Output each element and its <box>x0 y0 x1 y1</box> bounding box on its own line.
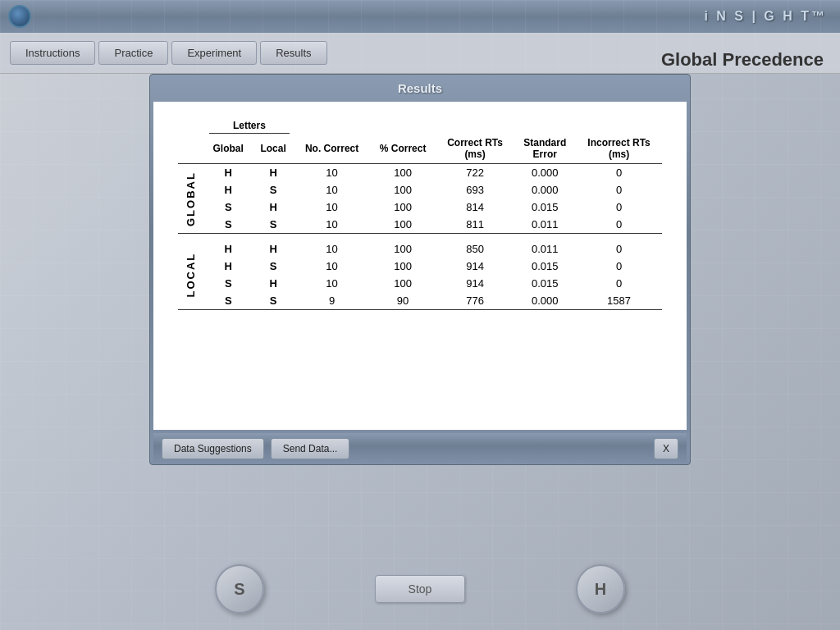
l-row3-rts: 914 <box>436 275 514 292</box>
stop-button[interactable]: Stop <box>375 575 466 603</box>
l-row2-se: 0.015 <box>514 258 576 275</box>
h-circle-button[interactable]: H <box>576 564 625 614</box>
l-row4-se: 0.000 <box>514 292 576 310</box>
th-incorrect-rts: Incorrect RTs(ms) <box>576 135 662 164</box>
close-panel-button[interactable]: X <box>654 438 678 459</box>
tab-experiment[interactable]: Experiment <box>171 41 257 65</box>
g-row2-rts: 693 <box>436 181 514 199</box>
l-row1-no-correct: 10 <box>294 240 370 258</box>
g-row2-no-correct: 10 <box>294 181 370 199</box>
results-body: Letters Global Local No. Correct % Corr <box>153 102 687 430</box>
l-row2-rts: 914 <box>436 258 514 275</box>
panel-button-bar: Data Suggestions Send Data... X <box>153 433 687 464</box>
g-row1-no-correct: 10 <box>294 164 370 182</box>
table-row: GLOBAL H H 10 100 722 0.000 0 <box>178 164 662 182</box>
tab-results[interactable]: Results <box>260 41 326 65</box>
data-suggestions-button[interactable]: Data Suggestions <box>162 438 264 459</box>
th-std-error: StandardError <box>514 135 576 164</box>
l-row3-no-correct: 10 <box>294 275 370 292</box>
results-table: Letters Global Local No. Correct % Corr <box>178 118 662 310</box>
g-row1-inc: 0 <box>576 164 662 182</box>
header-bar: i N S | G H T™ <box>0 0 840 33</box>
g-row3-local: H <box>252 199 294 216</box>
l-row4-global: S <box>204 292 252 310</box>
l-row3-global: S <box>204 275 252 292</box>
bottom-line-row <box>178 310 662 311</box>
letters-header: Letters <box>204 118 294 135</box>
l-row2-no-correct: 10 <box>294 258 370 275</box>
g-row2-global: H <box>204 181 252 199</box>
l-row1-rts: 850 <box>436 240 514 258</box>
g-row2-inc: 0 <box>576 181 662 199</box>
l-row3-inc: 0 <box>576 275 662 292</box>
l-row1-pct: 100 <box>369 240 436 258</box>
th-global: Global <box>204 135 252 164</box>
main-content: Results Letters <box>149 74 691 465</box>
global-section-label: GLOBAL <box>178 164 204 234</box>
col-no-correct <box>294 118 370 135</box>
l-row1-inc: 0 <box>576 240 662 258</box>
th-no-correct: No. Correct <box>294 135 370 164</box>
table-row: S S 9 90 776 0.000 1587 <box>178 292 662 310</box>
g-row2-se: 0.000 <box>514 181 576 199</box>
l-row3-se: 0.015 <box>514 275 576 292</box>
g-row4-se: 0.011 <box>514 216 576 234</box>
g-row3-no-correct: 10 <box>294 199 370 216</box>
results-panel: Results Letters <box>149 74 691 465</box>
send-data-button[interactable]: Send Data... <box>271 438 350 459</box>
page-title: Global Precedence <box>661 49 824 71</box>
g-row4-global: S <box>204 216 252 234</box>
col-std-error <box>514 118 576 135</box>
g-row3-inc: 0 <box>576 199 662 216</box>
table-row: H S 10 100 693 0.000 0 <box>178 181 662 199</box>
col-incorrect-rts <box>576 118 662 135</box>
th-pct-correct: % Correct <box>369 135 436 164</box>
l-row1-local: H <box>252 240 294 258</box>
g-row3-se: 0.015 <box>514 199 576 216</box>
tab-instructions[interactable]: Instructions <box>10 41 95 65</box>
g-row4-pct: 100 <box>369 216 436 234</box>
g-row3-rts: 814 <box>436 199 514 216</box>
l-row2-local: S <box>252 258 294 275</box>
l-row2-pct: 100 <box>369 258 436 275</box>
g-row1-local: H <box>252 164 294 182</box>
l-row2-inc: 0 <box>576 258 662 275</box>
table-row: S H 10 100 814 0.015 0 <box>178 199 662 216</box>
g-row1-pct: 100 <box>369 164 436 182</box>
section-col <box>178 118 204 135</box>
tab-practice[interactable]: Practice <box>98 41 168 65</box>
table-row: S S 10 100 811 0.011 0 <box>178 216 662 234</box>
l-row3-pct: 100 <box>369 275 436 292</box>
th-correct-rts: Correct RTs(ms) <box>436 135 514 164</box>
table-row: S H 10 100 914 0.015 0 <box>178 275 662 292</box>
l-row4-inc: 1587 <box>576 292 662 310</box>
bottom-controls: S Stop H <box>215 564 625 614</box>
g-row4-local: S <box>252 216 294 234</box>
l-row4-rts: 776 <box>436 292 514 310</box>
s-circle-button[interactable]: S <box>215 564 264 614</box>
local-section-label: LOCAL <box>178 240 204 310</box>
results-panel-title: Results <box>150 75 690 102</box>
l-row1-se: 0.011 <box>514 240 576 258</box>
l-row3-local: H <box>252 275 294 292</box>
g-row1-rts: 722 <box>436 164 514 182</box>
app-logo-circle <box>8 5 31 28</box>
th-empty <box>178 135 204 164</box>
l-row4-pct: 90 <box>369 292 436 310</box>
g-row3-pct: 100 <box>369 199 436 216</box>
l-row1-global: H <box>204 240 252 258</box>
table-row: LOCAL H H 10 100 850 0.011 0 <box>178 240 662 258</box>
separator-row <box>178 234 662 241</box>
th-local: Local <box>252 135 294 164</box>
col-correct-rts <box>436 118 514 135</box>
g-row4-inc: 0 <box>576 216 662 234</box>
g-row3-global: S <box>204 199 252 216</box>
l-row4-local: S <box>252 292 294 310</box>
g-row4-rts: 811 <box>436 216 514 234</box>
app-logo-text: i N S | G H T™ <box>704 9 827 24</box>
l-row4-no-correct: 9 <box>294 292 370 310</box>
g-row4-no-correct: 10 <box>294 216 370 234</box>
g-row1-global: H <box>204 164 252 182</box>
g-row2-local: S <box>252 181 294 199</box>
l-row2-global: H <box>204 258 252 275</box>
